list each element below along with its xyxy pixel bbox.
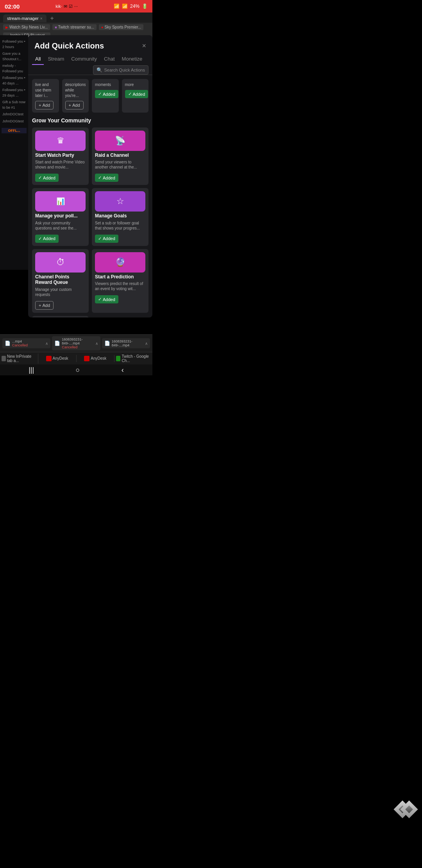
channel-points-title: Channel Points Reward Queue <box>32 274 89 287</box>
tab-monetize[interactable]: Monetize <box>119 54 146 65</box>
plus-icon-2: + <box>69 103 71 108</box>
top-card-2: descriptions while you're... + Add <box>62 79 89 113</box>
top-card-2-btn-label: Add <box>72 103 80 108</box>
top-card-1-text: live and use them later i... <box>35 82 56 99</box>
new-tab-button[interactable]: + <box>48 14 56 23</box>
manage-poll-icon: 📊 <box>35 191 86 212</box>
watch-party-desc: Start and watch Prime Video shows and mo… <box>32 160 89 172</box>
taskbar-item-3[interactable]: AnyDesk <box>77 355 115 362</box>
watch-party-card: ♛ Start Watch Party Start and watch Prim… <box>32 127 89 185</box>
top-card-2-text: descriptions while you're... <box>65 82 86 99</box>
raid-channel-desc: Send your viewers to another channel at … <box>92 160 148 172</box>
raid-channel-added-button[interactable]: ✓ Added <box>95 174 118 182</box>
download-expand-2[interactable]: ∧ <box>95 341 98 346</box>
tab-label: stream-manager <box>7 16 39 21</box>
left-sidebar: Followed you • 2 hours Gave you a Shouto… <box>0 35 28 270</box>
tab-stream[interactable]: Stream <box>45 54 67 65</box>
top-card-4-added-button[interactable]: ✓ Added <box>125 90 148 98</box>
bookmark-2[interactable]: ■ Twitch streamer su... <box>52 24 97 30</box>
download-details-2: 1608393231-849-....mp4 Cancelled <box>62 337 93 349</box>
channel-points-card: ⏱ Channel Points Reward Queue Manage you… <box>32 249 89 313</box>
kik-icon: kik· <box>55 4 62 9</box>
download-icon-2: 📄 <box>54 341 60 346</box>
download-details-3: 1608393231-849-....mp4 <box>112 339 143 347</box>
check-icon-pred: ✓ <box>98 297 102 302</box>
modal-header: Add Quick Actions × <box>28 35 152 54</box>
download-expand-3[interactable]: ∧ <box>145 341 148 346</box>
top-card-4: more ✓ Added <box>122 79 149 113</box>
bookmark-icon-3: ● <box>101 25 103 29</box>
sidebar-user-1: JohnDOCtest <box>2 111 27 118</box>
top-card-3-text: moments <box>95 82 116 88</box>
prediction-desc: Viewers predict the result of an event b… <box>92 281 148 294</box>
manage-goals-added-button[interactable]: ✓ Added <box>95 235 118 243</box>
manage-poll-title: Manage your poll... <box>32 213 89 220</box>
watch-party-title: Start Watch Party <box>32 152 89 160</box>
download-filename-2: 1608393231-849-....mp4 <box>62 337 93 345</box>
sidebar-followed-2: melody - Followed you <box>2 63 27 75</box>
taskbar-dot-3 <box>84 356 89 361</box>
bookmark-1[interactable]: ▶ Watch Sky News Liv... <box>3 24 50 30</box>
sidebar-user-2: JohnDOGtest <box>2 118 27 125</box>
nav-home-button[interactable]: ○ <box>76 366 80 374</box>
top-card-2-add-button[interactable]: + Add <box>65 101 84 109</box>
wifi-icon: 📶 <box>114 4 120 9</box>
nav-menu-button[interactable]: ||| <box>29 366 34 374</box>
category-tabs: All Stream Community Chat Monetize 🔍 Sea… <box>28 54 152 75</box>
top-card-1: live and use them later i... + Add <box>32 79 59 113</box>
manage-poll-desc: Ask your community questions and see the… <box>32 221 89 233</box>
bookmark-3[interactable]: ● Sky Sports Premier... <box>99 24 143 30</box>
download-status-1: Cancelled <box>12 343 28 347</box>
active-tab[interactable]: stream-manager × <box>3 14 46 22</box>
channel-points-add-button[interactable]: + Add <box>35 301 54 310</box>
top-card-3-added-button[interactable]: ✓ Added <box>95 90 118 98</box>
manage-poll-card: 📊 Manage your poll... Ask your community… <box>32 188 89 246</box>
stop-raids-card: 🛡 Stop Raids for 1 hour Prevent incoming… <box>32 316 89 317</box>
top-card-1-add-button[interactable]: + Add <box>35 101 54 109</box>
bookmark-label-3: Sky Sports Premier... <box>104 25 141 29</box>
top-card-4-btn-label: Added <box>133 92 145 97</box>
status-icons: 📶 📶 24% 🔋 <box>114 4 148 9</box>
taskbar-label-1: New InPrivate tab a... <box>7 354 36 363</box>
modal-close-button[interactable]: × <box>142 42 146 50</box>
browser-tabs: stream-manager × + <box>0 13 152 23</box>
manage-poll-added-button[interactable]: ✓ Added <box>35 235 59 243</box>
bookmark-icon-2: ■ <box>55 25 57 29</box>
sidebar-shoutout: Gave you a Shoutout t... <box>2 50 27 63</box>
sidebar-followed-4: Followed you • 29 days ... <box>2 87 27 99</box>
modal-body: live and use them later i... + Add descr… <box>28 75 152 317</box>
sidebar-followed-1: Followed you • 2 hours <box>2 38 27 50</box>
prediction-footer: ✓ Added <box>92 294 148 307</box>
download-item-3: 📄 1608393231-849-....mp4 ∧ <box>102 338 150 348</box>
watch-party-added-button[interactable]: ✓ Added <box>35 174 59 182</box>
manage-goals-desc: Set a sub or follower goal that shows yo… <box>92 221 148 233</box>
download-expand-1[interactable]: ∧ <box>45 341 48 346</box>
download-item-2: 📄 1608393231-849-....mp4 Cancelled ∧ <box>52 336 100 350</box>
nav-bar: ||| ○ ‹ <box>0 364 152 375</box>
taskbar-dot-4 <box>116 356 120 361</box>
tab-community[interactable]: Community <box>68 54 100 65</box>
sidebar-gift-sub: Gift a Sub now to be #1 <box>2 99 27 111</box>
raid-channel-icon: 📡 <box>95 131 145 151</box>
battery-text: 24% <box>130 4 139 9</box>
tab-close-button[interactable]: × <box>40 16 43 21</box>
prediction-added-button[interactable]: ✓ Added <box>95 295 118 303</box>
tab-chat[interactable]: Chat <box>101 54 118 65</box>
tab-all[interactable]: All <box>32 54 44 65</box>
taskbar-item-1[interactable]: New InPrivate tab a... <box>0 353 38 364</box>
taskbar-item-4[interactable]: Twitch - Google Ch... <box>114 353 152 364</box>
mail-icon: ✉ <box>64 4 67 9</box>
taskbar-label-4: Twitch - Google Ch... <box>122 354 151 363</box>
taskbar-dot-2 <box>46 356 52 361</box>
modal-title: Add Quick Actions <box>34 41 104 50</box>
prediction-title: Start a Prediction <box>92 274 148 281</box>
grow-community-section: Grow Your Community ♛ Start Watch Party … <box>32 117 148 317</box>
nav-back-button[interactable]: ‹ <box>122 366 124 374</box>
prediction-icon: 🔮 <box>95 252 145 273</box>
top-card-3: moments ✓ Added <box>92 79 119 113</box>
taskbar-item-2[interactable]: AnyDesk <box>38 355 77 362</box>
manage-goals-card: ☆ Manage Goals Set a sub or follower goa… <box>92 188 148 246</box>
search-quick-actions[interactable]: 🔍 Search Quick Actions <box>93 65 148 75</box>
top-card-4-text: more <box>125 82 146 88</box>
raid-channel-title: Raid a Channel <box>92 152 148 160</box>
